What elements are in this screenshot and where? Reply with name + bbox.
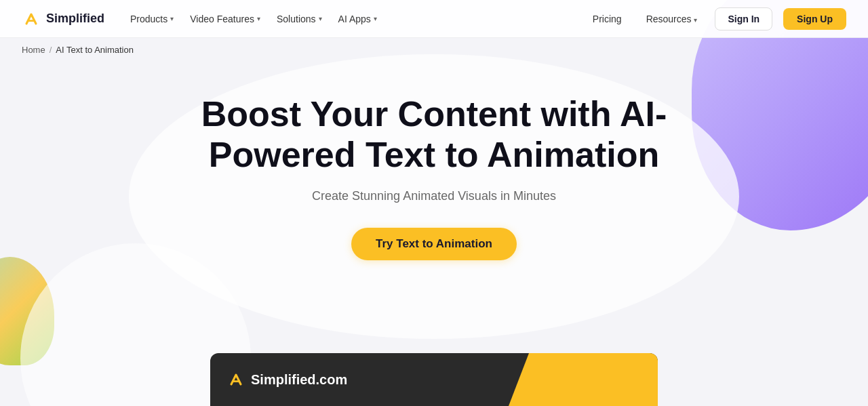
navbar-left: Simplified Products ▾ Video Features ▾ S… — [22, 9, 384, 28]
logo-link[interactable]: Simplified — [22, 9, 104, 28]
bottom-brand-name: Simplified.com — [251, 372, 347, 388]
breadcrumb-home[interactable]: Home — [22, 45, 45, 55]
nav-item-video-features[interactable]: Video Features ▾ — [183, 9, 267, 28]
bottom-card-yellow-accent — [509, 353, 658, 406]
hero-section: Boost Your Content with AI-Powered Text … — [0, 62, 868, 282]
hero-title: Boost Your Content with AI-Powered Text … — [176, 94, 692, 176]
nav-item-solutions[interactable]: Solutions ▾ — [270, 9, 329, 28]
nav-item-ai-apps[interactable]: AI Apps ▾ — [332, 9, 384, 28]
chevron-down-icon: ▾ — [319, 15, 322, 22]
sign-up-button[interactable]: Sign Up — [783, 8, 846, 30]
breadcrumb-current: AI Text to Animation — [56, 45, 134, 55]
bottom-logo: Simplified.com — [226, 370, 347, 389]
cta-button[interactable]: Try Text to Animation — [351, 228, 517, 260]
bottom-preview-card: Simplified.com — [210, 353, 658, 406]
nav-items: Products ▾ Video Features ▾ Solutions ▾ … — [123, 9, 384, 28]
breadcrumb: Home / AI Text to Animation — [0, 38, 868, 62]
chevron-down-icon: ▾ — [374, 15, 377, 22]
navbar: Simplified Products ▾ Video Features ▾ S… — [0, 0, 868, 38]
chevron-down-icon: ▾ — [694, 16, 697, 24]
nav-item-resources[interactable]: Resources ▾ — [639, 9, 705, 28]
logo-icon — [22, 9, 41, 28]
chevron-down-icon: ▾ — [257, 15, 260, 22]
hero-subtitle: Create Stunning Animated Visuals in Minu… — [312, 189, 556, 203]
navbar-right: Pricing Resources ▾ Sign In Sign Up — [586, 7, 846, 31]
nav-item-products[interactable]: Products ▾ — [123, 9, 180, 28]
sign-in-button[interactable]: Sign In — [715, 7, 772, 31]
chevron-down-icon: ▾ — [170, 15, 174, 22]
bottom-logo-icon — [226, 370, 245, 389]
nav-item-pricing[interactable]: Pricing — [586, 9, 629, 28]
logo-text: Simplified — [46, 12, 104, 26]
breadcrumb-separator: / — [50, 45, 52, 55]
